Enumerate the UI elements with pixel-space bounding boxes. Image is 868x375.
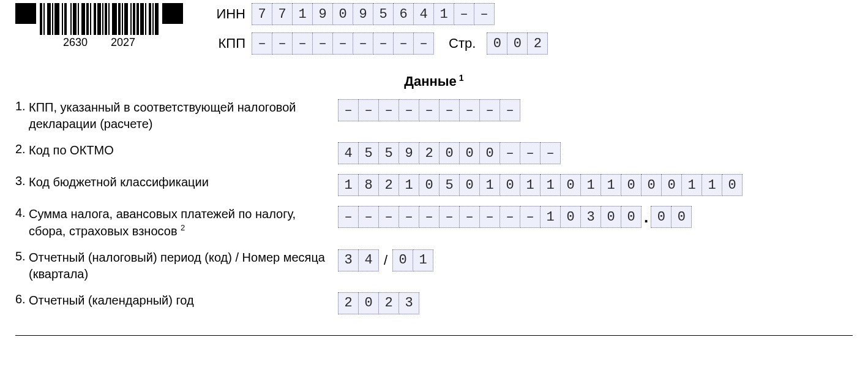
cell: 2: [338, 292, 359, 314]
cell: –: [499, 99, 520, 121]
cell: –: [419, 206, 440, 228]
cell: 4: [338, 142, 359, 164]
cell: 3: [580, 206, 601, 228]
cell: –: [439, 99, 460, 121]
inn-cells: 7719095641––: [252, 3, 495, 25]
cell: –: [520, 206, 541, 228]
cell: 0: [332, 3, 353, 25]
barcode: 2630 2027: [40, 3, 159, 49]
row-number: 4.: [15, 206, 29, 220]
cell: 2: [527, 32, 548, 55]
row-value: 34/01: [338, 249, 433, 271]
cell: 1: [681, 174, 702, 196]
cell: –: [373, 32, 394, 55]
cell: –: [393, 32, 414, 55]
cell: –: [272, 32, 293, 55]
cell-group: –––––––––: [338, 99, 520, 121]
cell: –: [520, 142, 541, 164]
decimal-dot: .: [644, 208, 648, 227]
row-value: 18210501011011000110: [338, 174, 743, 196]
marker-square-left: [15, 3, 36, 24]
cell: 7: [252, 3, 272, 25]
row-label: Код бюджетной классификации: [29, 174, 338, 191]
data-row: 1.КПП, указанный в соответствующей налог…: [15, 99, 853, 132]
cell: 0: [499, 174, 520, 196]
cell: 0: [621, 174, 642, 196]
data-row: 3.Код бюджетной классификации18210501011…: [15, 174, 853, 196]
cell: 0: [621, 206, 642, 228]
kpp-cells: –––––––––: [252, 32, 434, 55]
data-row: 2.Код по ОКТМО45592000–––: [15, 142, 853, 164]
barcode-num-right: 2027: [111, 36, 135, 49]
cell: 0: [560, 174, 581, 196]
cell: –: [312, 32, 333, 55]
cell: 1: [413, 249, 433, 271]
cell: –: [378, 206, 399, 228]
row-label: Сумма налога, авансовых платежей по нало…: [29, 206, 338, 240]
page-label: Стр.: [449, 36, 476, 51]
cell: –: [419, 99, 440, 121]
row-label: КПП, указанный в соответствующей налогов…: [29, 99, 338, 132]
cell: 0: [358, 292, 379, 314]
cell: 4: [358, 249, 379, 271]
cell: 1: [540, 206, 561, 228]
row-label: Отчетный (налоговый) период (код) / Номе…: [29, 249, 338, 282]
cell: 0: [651, 206, 672, 228]
cell: 2: [419, 142, 440, 164]
cell: 0: [392, 249, 413, 271]
row-value: 2023: [338, 292, 419, 314]
cell: –: [459, 99, 480, 121]
cell: 1: [520, 174, 541, 196]
cell: 5: [373, 3, 394, 25]
cell: 1: [433, 3, 454, 25]
cell: 1: [580, 174, 601, 196]
marker-square-right: [162, 3, 183, 24]
cell-group: 18210501011011000110: [338, 174, 743, 196]
cell: –: [292, 32, 313, 55]
cell: 9: [398, 142, 419, 164]
cell: –: [378, 99, 399, 121]
cell: –: [338, 99, 359, 121]
cell: –: [398, 99, 419, 121]
kpp-label: КПП: [215, 36, 245, 51]
cell: –: [439, 206, 460, 228]
cell: 3: [338, 249, 359, 271]
cell: –: [479, 99, 500, 121]
cell: 1: [540, 174, 561, 196]
row-number: 5.: [15, 249, 29, 263]
row-number: 3.: [15, 174, 29, 188]
cell: 0: [661, 174, 682, 196]
cell: 0: [439, 142, 460, 164]
cell: 0: [722, 174, 743, 196]
cell: –: [358, 99, 379, 121]
cell: –: [332, 32, 353, 55]
row-value: 45592000–––: [338, 142, 561, 164]
cell: 0: [560, 206, 581, 228]
data-row: 5.Отчетный (налоговый) период (код) / Но…: [15, 249, 853, 282]
cell: –: [252, 32, 272, 55]
cell: –: [499, 142, 520, 164]
cell: –: [338, 206, 359, 228]
cell: 5: [439, 174, 460, 196]
slash-separator: /: [384, 252, 387, 268]
page-cells: 002: [487, 32, 548, 55]
barcode-bars: [40, 3, 159, 35]
period-month: 01: [392, 249, 433, 271]
amount-frac: 00: [651, 206, 692, 228]
cell: 0: [641, 174, 662, 196]
cell: 0: [507, 32, 528, 55]
cell: –: [474, 3, 495, 25]
row-value: ––––––––––10300.00: [338, 206, 692, 228]
cell: –: [540, 142, 561, 164]
barcode-num-left: 2630: [63, 36, 88, 49]
cell: 2: [378, 292, 399, 314]
cell: 1: [338, 174, 359, 196]
row-label: Отчетный (календарный) год: [29, 292, 338, 309]
cell: 0: [459, 174, 480, 196]
inn-label: ИНН: [215, 6, 245, 22]
period-code: 34: [338, 249, 379, 271]
cell: 3: [398, 292, 419, 314]
cell: 7: [272, 3, 293, 25]
cell: –: [479, 206, 500, 228]
data-row: 6.Отчетный (календарный) год2023: [15, 292, 853, 314]
